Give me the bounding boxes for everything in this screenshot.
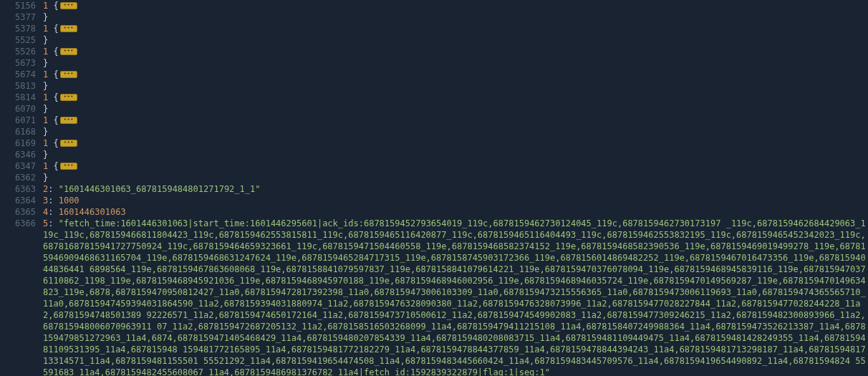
line-number[interactable]: 6169 bbox=[0, 138, 43, 149]
code-content[interactable]: 1 { bbox=[43, 115, 868, 126]
code-line: 6168} bbox=[0, 126, 868, 138]
open-brace: { bbox=[53, 24, 58, 34]
code-content[interactable]: 1 { bbox=[43, 138, 868, 149]
code-content[interactable]: 1 { bbox=[43, 160, 868, 172]
code-content[interactable]: 5: "fetch_time:1601446301063|start_time:… bbox=[43, 218, 868, 376]
code-line: 63632: "1601446301063_687815948480127179… bbox=[0, 183, 868, 195]
line-number[interactable]: 5156 bbox=[0, 0, 43, 11]
line-number[interactable]: 5813 bbox=[0, 80, 43, 92]
code-line: 5525} bbox=[0, 34, 868, 46]
code-content[interactable]: 4: 1601446301063 bbox=[43, 206, 868, 218]
close-brace: } bbox=[43, 173, 48, 183]
code-line: 55261 { bbox=[0, 46, 868, 57]
line-number[interactable]: 5814 bbox=[0, 92, 43, 103]
line-number[interactable]: 6347 bbox=[0, 160, 43, 172]
code-line: 6362} bbox=[0, 172, 868, 183]
open-brace: { bbox=[53, 161, 58, 171]
code-line: 60711 { bbox=[0, 115, 868, 126]
open-brace: { bbox=[53, 138, 58, 148]
code-line: 51561 { bbox=[0, 0, 868, 11]
code-line: 63643: 1000 bbox=[0, 195, 868, 206]
line-number[interactable]: 5674 bbox=[0, 69, 43, 80]
close-brace: } bbox=[43, 81, 48, 91]
code-content[interactable]: } bbox=[43, 103, 868, 115]
code-line: 5673} bbox=[0, 57, 868, 69]
fold-marker-icon[interactable] bbox=[60, 25, 77, 32]
code-line: 5813} bbox=[0, 80, 868, 92]
close-brace: } bbox=[43, 127, 48, 137]
open-brace: { bbox=[53, 1, 58, 11]
code-content[interactable]: 1 { bbox=[43, 0, 868, 11]
fold-marker-icon[interactable] bbox=[60, 117, 77, 124]
code-content[interactable]: } bbox=[43, 172, 868, 183]
code-content[interactable]: } bbox=[43, 57, 868, 69]
fold-marker-icon[interactable] bbox=[60, 140, 77, 147]
line-number[interactable]: 6362 bbox=[0, 172, 43, 183]
fold-marker-icon[interactable] bbox=[60, 2, 77, 9]
line-number[interactable]: 5378 bbox=[0, 23, 43, 34]
close-brace: } bbox=[43, 150, 48, 160]
close-brace: } bbox=[43, 35, 48, 45]
code-content[interactable]: } bbox=[43, 34, 868, 46]
value-string: "fetch_time:1601446301063|start_time:160… bbox=[43, 218, 866, 376]
close-brace: } bbox=[43, 104, 48, 114]
line-number[interactable]: 6168 bbox=[0, 126, 43, 138]
code-content[interactable]: } bbox=[43, 126, 868, 138]
code-line: 58141 { bbox=[0, 92, 868, 103]
line-number[interactable]: 6365 bbox=[0, 206, 43, 218]
value-number: 1601446301063 bbox=[59, 207, 126, 217]
code-content[interactable]: } bbox=[43, 11, 868, 23]
line-number[interactable]: 5673 bbox=[0, 57, 43, 69]
code-line: 6346} bbox=[0, 149, 868, 160]
code-editor: 51561 {5377}53781 {5525}55261 {5673}5674… bbox=[0, 0, 868, 376]
line-number[interactable]: 6346 bbox=[0, 149, 43, 160]
open-brace: { bbox=[53, 115, 58, 125]
value-number: 1000 bbox=[59, 196, 79, 206]
code-line: 5377} bbox=[0, 11, 868, 23]
line-number[interactable]: 6071 bbox=[0, 115, 43, 126]
code-content[interactable]: 2: "1601446301063_6878159484801271792_1_… bbox=[43, 183, 868, 195]
open-brace: { bbox=[53, 69, 58, 79]
fold-marker-icon[interactable] bbox=[60, 48, 77, 55]
line-number[interactable]: 6366 bbox=[0, 218, 43, 229]
code-line: 63665: "fetch_time:1601446301063|start_t… bbox=[0, 218, 868, 376]
close-brace: } bbox=[43, 12, 48, 22]
line-number[interactable]: 5377 bbox=[0, 11, 43, 23]
code-line: 6070} bbox=[0, 103, 868, 115]
line-number[interactable]: 6363 bbox=[0, 183, 43, 195]
open-brace: { bbox=[53, 92, 58, 102]
fold-marker-icon[interactable] bbox=[60, 163, 77, 170]
code-content[interactable]: 1 { bbox=[43, 69, 868, 80]
code-content[interactable]: 1 { bbox=[43, 92, 868, 103]
value-string: "1601446301063_6878159484801271792_1_1" bbox=[59, 184, 261, 194]
code-content[interactable]: } bbox=[43, 80, 868, 92]
line-number[interactable]: 6364 bbox=[0, 195, 43, 206]
line-number[interactable]: 5525 bbox=[0, 34, 43, 46]
code-line: 63654: 1601446301063 bbox=[0, 206, 868, 218]
code-line: 63471 { bbox=[0, 160, 868, 172]
line-number[interactable]: 5526 bbox=[0, 46, 43, 57]
code-content[interactable]: 3: 1000 bbox=[43, 195, 868, 206]
code-line: 61691 { bbox=[0, 138, 868, 149]
code-content[interactable]: 1 { bbox=[43, 23, 868, 34]
fold-marker-icon[interactable] bbox=[60, 94, 77, 101]
code-line: 53781 { bbox=[0, 23, 868, 34]
close-brace: } bbox=[43, 58, 48, 68]
code-content[interactable]: } bbox=[43, 149, 868, 160]
code-content[interactable]: 1 { bbox=[43, 46, 868, 57]
open-brace: { bbox=[53, 47, 58, 57]
line-number[interactable]: 6070 bbox=[0, 103, 43, 115]
code-line: 56741 { bbox=[0, 69, 868, 80]
fold-marker-icon[interactable] bbox=[60, 71, 77, 78]
